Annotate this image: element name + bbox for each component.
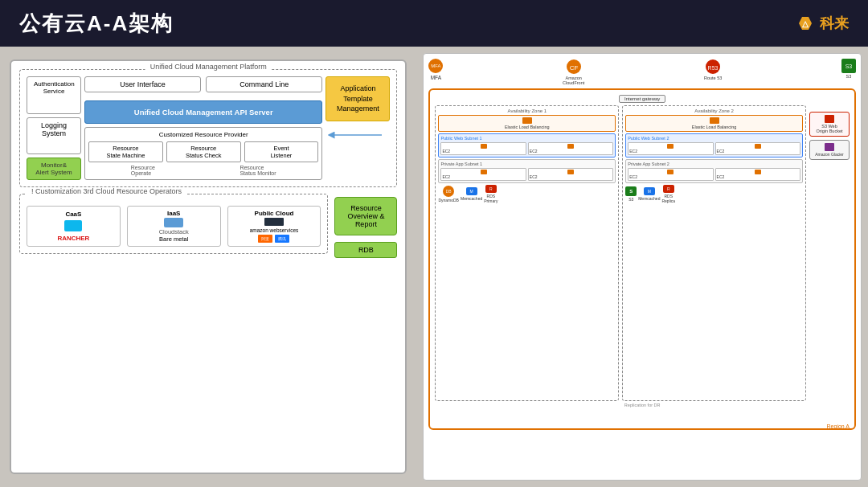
az2-db-row: S S3 M Memcached R RDSReplica bbox=[625, 185, 803, 203]
resource-overview-container: Resource Overview & Report RDB bbox=[334, 194, 397, 260]
logo: △ 科来 bbox=[796, 14, 849, 33]
logo-text: 科来 bbox=[820, 14, 849, 33]
operators-box: ! Customization 3rd Cloud Resource Opera… bbox=[19, 194, 328, 254]
left-diagram: Unified Cloud Management Platform Authen… bbox=[10, 59, 407, 474]
cloudfront-section: CF AmazonCloudFront bbox=[563, 59, 584, 85]
top-boxes-row: User Interface Command Line bbox=[84, 76, 322, 92]
az2-memcached: M Memcached bbox=[638, 187, 660, 201]
tencent-icon: 腾讯 bbox=[275, 235, 289, 243]
az1-web-instance1: EC2 bbox=[440, 142, 526, 155]
aws-diagram: MFA MFA CF AmazonCloudFront bbox=[423, 53, 862, 481]
dynamodb-label: DynamoDB bbox=[438, 198, 459, 203]
elb2-icon bbox=[710, 117, 719, 124]
monitor-box: Monitor& Alert System bbox=[27, 158, 81, 180]
az1-web-instance2: EC2 bbox=[528, 142, 613, 155]
cloudfront-icon: CF bbox=[566, 59, 582, 75]
az1-dynamodb: DB DynamoDB bbox=[438, 186, 459, 203]
az1-web-instances: EC2 EC2 bbox=[440, 142, 613, 155]
mfa-section: MFA MFA bbox=[428, 59, 443, 80]
az2-app-subnet: Private App Subnet 2 EC2 EC2 bbox=[625, 159, 803, 183]
auth-box: Authentication Service bbox=[27, 76, 81, 114]
public-cloud-label: Public Cloud bbox=[255, 210, 294, 217]
app-template-box: Application Template Management bbox=[326, 76, 390, 121]
dynamodb-icon: DB bbox=[443, 186, 454, 197]
cloudfront-label: AmazonCloudFront bbox=[563, 76, 584, 85]
az2-web-label: Public Web Subnet 2 bbox=[628, 136, 800, 141]
svg-text:△: △ bbox=[801, 19, 809, 28]
memcached-label-2: Memcached bbox=[638, 196, 660, 201]
docker-icon bbox=[64, 220, 82, 231]
mfa-icon: MFA bbox=[428, 59, 443, 73]
event-listener: Event Listener bbox=[244, 141, 319, 162]
s3-top-label: S3 bbox=[846, 74, 852, 79]
arch-wrapper: Authentication Service Logging System Mo… bbox=[27, 76, 390, 180]
ec2-label-1: EC2 bbox=[442, 149, 524, 153]
route53-label: Route 53 bbox=[704, 76, 722, 80]
az1-elb: Elastic Load Balancing bbox=[438, 115, 616, 132]
igw-box: Internet gateway bbox=[619, 95, 665, 103]
route53-icon: R53 bbox=[705, 59, 721, 75]
replication-label: Replication for DR bbox=[435, 403, 850, 407]
amazon-icon bbox=[264, 218, 284, 226]
api-server-box: Unified Cloud Management API Server bbox=[84, 100, 322, 124]
elb1-icon bbox=[522, 117, 532, 124]
resource-status: Resource Status Check bbox=[166, 141, 241, 162]
rancher-label: RANCHER bbox=[57, 235, 89, 242]
crp-label: Customized Resource Provider bbox=[88, 131, 318, 138]
ucmp-label: Unified Cloud Management Platform bbox=[145, 63, 272, 71]
arrow-svg bbox=[326, 129, 382, 141]
arch-right-col: Application Template Management bbox=[326, 76, 390, 180]
resource-state: Resource State Machine bbox=[88, 141, 163, 162]
aws-main-region: Region A Internet gateway Availability Z… bbox=[428, 88, 856, 430]
svg-text:CF: CF bbox=[569, 64, 578, 72]
main-content: Unified Cloud Management Platform Authen… bbox=[0, 47, 868, 487]
arch-main-col: User Interface Command Line Unified Clou… bbox=[84, 76, 322, 180]
az1-app-label: Private App Subnet 1 bbox=[440, 162, 613, 166]
az2-rds: R RDSReplica bbox=[661, 185, 675, 203]
ui-box: User Interface bbox=[84, 76, 201, 92]
right-side-aws: S3 WebOrigin Bucket Amazon Glacier bbox=[809, 105, 850, 401]
mfa-label: MFA bbox=[431, 75, 441, 80]
arrows-row: Resource Operate Resource Status Monitor bbox=[88, 165, 318, 176]
az2-web-instance1: EC2 bbox=[628, 142, 713, 155]
aliyun-icon: 阿里 bbox=[258, 235, 272, 243]
resource-overview-box: Resource Overview & Report bbox=[334, 197, 397, 235]
arch-left-col: Authentication Service Logging System Mo… bbox=[27, 76, 81, 180]
cloudstack-label: Cloudstack bbox=[159, 228, 189, 235]
ec2-label-2: EC2 bbox=[530, 149, 612, 153]
s3-label: S3 bbox=[628, 197, 633, 202]
rds-icon-2: R bbox=[663, 185, 674, 193]
logo-icon: △ bbox=[796, 14, 815, 33]
page-title: 公有云A-A架构 bbox=[19, 10, 174, 38]
igw-row: Internet gateway bbox=[435, 95, 850, 103]
az2-web-instances: EC2 EC2 bbox=[628, 142, 800, 155]
region-label: Region A bbox=[827, 424, 850, 429]
resource-operate-label: Resource Operate bbox=[131, 165, 155, 176]
glacier-icon bbox=[825, 143, 834, 151]
rds-primary-label: RDSPrimary bbox=[484, 194, 497, 203]
az2-elb-row: Elastic Load Balancing bbox=[625, 115, 803, 132]
crp-inner: Resource State Machine Resource Status C… bbox=[88, 141, 318, 162]
left-panel: Unified Cloud Management Platform Authen… bbox=[0, 47, 416, 487]
s3-top-section: S3 S3 bbox=[841, 59, 856, 79]
bottom-section: ! Customization 3rd Cloud Resource Opera… bbox=[19, 194, 397, 260]
rds-icon-1: R bbox=[485, 185, 497, 193]
az1-db-row: DB DynamoDB M Memcached R RDSPrimary bbox=[438, 185, 616, 203]
az2-app-label: Private App Subnet 2 bbox=[628, 162, 800, 166]
az2-elb: Elastic Load Balancing bbox=[625, 115, 803, 132]
right-panel: MFA MFA CF AmazonCloudFront bbox=[416, 47, 868, 487]
az2-box: Availability Zone 2 Elastic Load Balanci… bbox=[622, 105, 806, 401]
logging-box: Logging System bbox=[27, 117, 81, 155]
az2-app-instances: EC2 EC2 bbox=[628, 168, 800, 181]
aws-top-row: MFA MFA CF AmazonCloudFront bbox=[428, 59, 856, 85]
az2-label: Availability Zone 2 bbox=[625, 108, 803, 113]
az2-app-instance2: EC2 bbox=[715, 168, 800, 181]
az1-web-subnet: Public Web Subnet 1 EC2 EC2 bbox=[438, 133, 616, 158]
resource-monitor-label: Resource Status Monitor bbox=[240, 165, 276, 176]
cloudstack-icon bbox=[164, 218, 183, 227]
s3-origin-icon bbox=[825, 115, 834, 123]
az1-app-subnet: Private App Subnet 1 EC2 EC2 bbox=[438, 159, 616, 183]
aws-outer: MFA MFA CF AmazonCloudFront bbox=[428, 59, 856, 475]
caas-label: CaaS bbox=[65, 211, 81, 218]
az1-app-instance1: EC2 bbox=[440, 168, 526, 181]
